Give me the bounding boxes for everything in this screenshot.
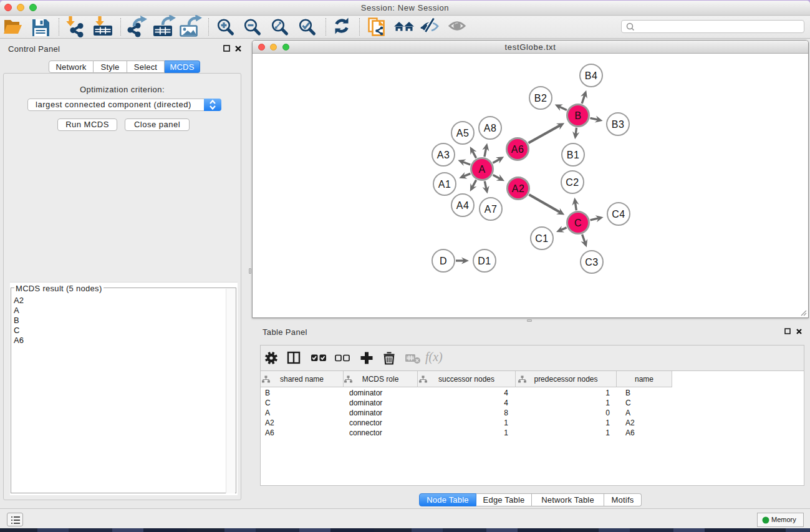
svg-text:B1: B1 [567,150,579,160]
svg-text:A: A [478,164,485,175]
svg-text:C: C [574,218,582,228]
svg-text:A2: A2 [512,183,524,194]
svg-text:B3: B3 [612,119,624,130]
svg-text:C4: C4 [612,209,625,220]
svg-text:A1: A1 [438,179,451,190]
svg-text:B4: B4 [585,70,597,81]
svg-text:A6: A6 [511,144,524,155]
svg-text:D1: D1 [478,256,491,266]
svg-text:A5: A5 [456,128,469,138]
svg-text:C3: C3 [585,257,598,268]
svg-text:D: D [440,256,447,266]
svg-text:A4: A4 [456,200,469,211]
svg-text:C2: C2 [566,177,579,188]
svg-text:C1: C1 [535,233,548,244]
svg-text:A3: A3 [437,150,450,160]
svg-text:A8: A8 [484,123,496,133]
svg-text:A7: A7 [485,204,497,215]
svg-text:B2: B2 [534,93,547,104]
svg-text:B: B [574,110,581,121]
